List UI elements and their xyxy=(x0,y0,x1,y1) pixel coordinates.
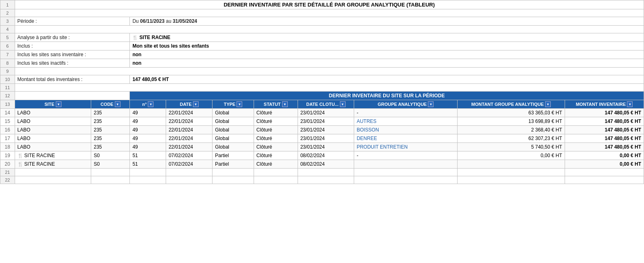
empty-row: 21 xyxy=(0,169,644,176)
col-header-code[interactable]: CODE ▼ xyxy=(91,100,130,109)
cell-montant-groupe: 63 365,03 € HT xyxy=(457,109,565,117)
row-12: 12 DERNIER INVENTAIRE DU SITE SUR LA PÉR… xyxy=(0,92,644,100)
table-row: 19🍴 SITE RACINES05107/02/2024PartielClôt… xyxy=(0,151,644,160)
cell-code: 235 xyxy=(91,126,130,134)
cell-date: 07/02/2024 xyxy=(166,160,212,169)
table-row: 14LABO2354922/01/2024GlobalClôturé23/01/… xyxy=(0,109,644,117)
periode-date-start: 06/11/2023 xyxy=(140,18,164,24)
col-type-dropdown[interactable]: ▼ xyxy=(237,101,242,107)
cell-date-cloture: 23/01/2024 xyxy=(298,134,354,143)
cell-groupe-analytique: BOISSON xyxy=(354,126,458,134)
row-num-1: 1 xyxy=(0,0,15,9)
empty-cell xyxy=(565,176,644,184)
row-num-7: 7 xyxy=(0,50,15,59)
cell-groupe-analytique: - xyxy=(354,109,458,117)
cell-montant-inventaire: 0,00 € HT xyxy=(565,160,644,169)
col-header-montant-inv[interactable]: MONTANT INVENTAIRE ▼ xyxy=(565,100,644,109)
col-montant-groupe-dropdown[interactable]: ▼ xyxy=(545,101,551,107)
cell-type: Global xyxy=(212,109,254,117)
cell-n: 49 xyxy=(130,134,166,143)
row-num-10: 10 xyxy=(0,75,15,84)
empty-cell xyxy=(212,176,254,184)
row-num-16: 16 xyxy=(0,126,15,134)
sans-inventaire-label: Inclus les sites sans inventaire : xyxy=(15,50,130,59)
table-row: 20🍴 SITE RACINES05107/02/2024PartielClôt… xyxy=(0,160,644,169)
cell-n: 49 xyxy=(130,117,166,126)
row-num-11: 11 xyxy=(0,84,15,92)
col-header-montant-groupe[interactable]: MONTANT GROUPE ANALYTIQUE ▼ xyxy=(457,100,565,109)
col-groupe-dropdown[interactable]: ▼ xyxy=(428,101,434,107)
row-num-9: 9 xyxy=(0,68,15,75)
inactifs-label: Inclus les sites inactifs : xyxy=(15,59,130,68)
col-header-date[interactable]: DATE ▼ xyxy=(166,100,212,109)
row-9: 9 xyxy=(0,68,644,75)
cell-site: LABO xyxy=(15,134,91,143)
col-date-dropdown[interactable]: ▼ xyxy=(193,101,199,107)
empty-cell xyxy=(565,169,644,176)
cell-date-cloture: 23/01/2024 xyxy=(298,109,354,117)
col-header-dateclo[interactable]: DATE CLOTU... ▼ xyxy=(298,100,354,109)
col-dateclo-dropdown[interactable]: ▼ xyxy=(340,101,346,107)
row-num-21: 21 xyxy=(0,169,15,176)
cell-groupe-analytique: DENREE xyxy=(354,134,458,143)
montant-label: Montant total des inventaires : xyxy=(15,75,130,84)
row-num-2: 2 xyxy=(0,9,15,17)
row-10: 10 Montant total des inventaires : 147 4… xyxy=(0,75,644,84)
cell-type: Global xyxy=(212,143,254,151)
row-2: 2 xyxy=(0,9,644,17)
cell-montant-groupe: 5 740,50 € HT xyxy=(457,143,565,151)
empty-cell xyxy=(15,176,91,184)
analyse-value-text: SITE RACINE xyxy=(139,35,170,40)
col-header-site-label: SITE xyxy=(44,102,54,107)
periode-label: Période : xyxy=(15,17,130,26)
cell-n: 49 xyxy=(130,126,166,134)
cell-type: Partiel xyxy=(212,160,254,169)
col-n-dropdown[interactable]: ▼ xyxy=(148,101,153,107)
cell-type: Partiel xyxy=(212,151,254,160)
section-header: DERNIER INVENTAIRE DU SITE SUR LA PÉRIOD… xyxy=(130,92,644,100)
row-num-6: 6 xyxy=(0,42,15,50)
cell-montant-inventaire: 147 480,05 € HT xyxy=(565,117,644,126)
cell-site: LABO xyxy=(15,126,91,134)
col-header-type[interactable]: TYPE ▼ xyxy=(212,100,254,109)
col-montant-inv-dropdown[interactable]: ▼ xyxy=(627,101,633,107)
col-headers-row: 13 SITE ▼ CODE ▼ n° ▼ xyxy=(0,100,644,109)
cell-montant-groupe: 0,00 € HT xyxy=(457,151,565,160)
col-header-statut[interactable]: STATUT ▼ xyxy=(254,100,298,109)
col-header-type-label: TYPE xyxy=(224,102,236,107)
cell-statut: Clôturé xyxy=(254,126,298,134)
main-title: DERNIER INVENTAIRE PAR SITE DÉTAILLÉ PAR… xyxy=(15,0,644,9)
col-header-groupe[interactable]: GROUPE ANALYTIQUE ▼ xyxy=(354,100,458,109)
table-row: 17LABO2354922/01/2024GlobalClôturé23/01/… xyxy=(0,134,644,143)
cell-statut: Clôturé xyxy=(254,160,298,169)
row-11-content xyxy=(15,84,644,92)
cell-code: S0 xyxy=(91,160,130,169)
cell-n: 51 xyxy=(130,151,166,160)
empty-cell xyxy=(130,169,166,176)
empty-cell xyxy=(254,176,298,184)
row-6: 6 Inclus : Mon site et tous les sites en… xyxy=(0,42,644,50)
col-header-montant-groupe-label: MONTANT GROUPE ANALYTIQUE xyxy=(471,102,544,107)
col-site-dropdown[interactable]: ▼ xyxy=(56,101,61,107)
cell-groupe-analytique: AUTRES xyxy=(354,117,458,126)
table-row: 16LABO2354922/01/2024GlobalClôturé23/01/… xyxy=(0,126,644,134)
cell-site: 🍴 SITE RACINE xyxy=(15,151,91,160)
cell-date: 22/01/2024 xyxy=(166,117,212,126)
row-num-15: 15 xyxy=(0,117,15,126)
cell-groupe-analytique xyxy=(354,160,458,169)
row-num-14: 14 xyxy=(0,109,15,117)
col-header-code-label: CODE xyxy=(101,102,114,107)
empty-cell xyxy=(130,176,166,184)
col-header-n[interactable]: n° ▼ xyxy=(130,100,166,109)
row-num-4: 4 xyxy=(0,26,15,33)
row-7: 7 Inclus les sites sans inventaire : non xyxy=(0,50,644,59)
cell-site: LABO xyxy=(15,117,91,126)
row-2-content xyxy=(15,9,644,17)
col-header-site[interactable]: SITE ▼ xyxy=(15,100,91,109)
col-statut-dropdown[interactable]: ▼ xyxy=(282,101,288,107)
row-3: 3 Période : Du 06/11/2023 au 31/05/2024 xyxy=(0,17,644,26)
cell-montant-inventaire: 147 480,05 € HT xyxy=(565,126,644,134)
row-num-22: 22 xyxy=(0,176,15,184)
cell-date-cloture: 23/01/2024 xyxy=(298,117,354,126)
col-code-dropdown[interactable]: ▼ xyxy=(115,101,120,107)
